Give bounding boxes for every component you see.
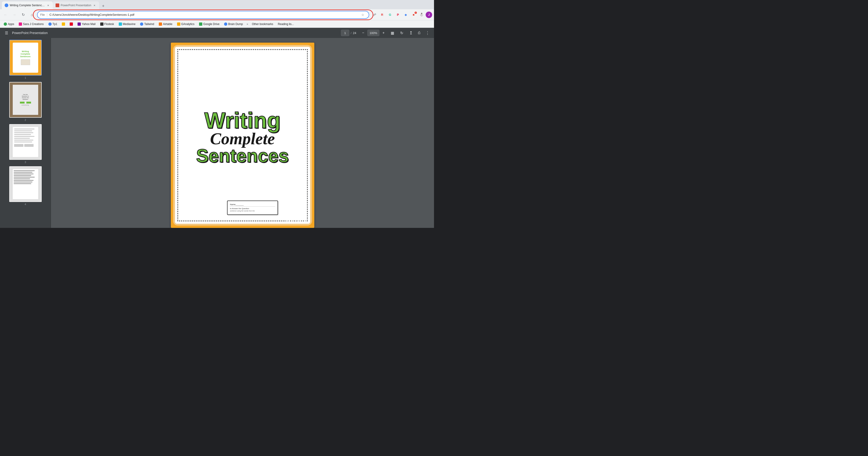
- braindump-favicon: [224, 23, 227, 26]
- pdf-menu-button[interactable]: ☰: [3, 29, 10, 37]
- pdf-thumbnail-2[interactable]: Use theQuestion toAnswer theQuestion U.T…: [2, 82, 49, 121]
- bookmark-airtable-label: Airtable: [163, 23, 173, 26]
- pdf-main-title-line1: Writing: [205, 111, 281, 130]
- pdf-rotate-button[interactable]: ↻: [398, 29, 405, 37]
- bookmark-apps-label: Apps: [8, 23, 14, 26]
- tab-close-1[interactable]: ✕: [46, 3, 50, 7]
- pdf-thumbnail-4[interactable]: 4: [2, 166, 49, 206]
- mediavine-favicon: [119, 23, 122, 26]
- back-button[interactable]: ←: [2, 11, 9, 19]
- pdf-page-input[interactable]: [341, 30, 349, 36]
- bookmark-mediavine[interactable]: Mediavine: [117, 21, 137, 27]
- thumbnail-img-3: [9, 124, 42, 160]
- forward-button[interactable]: →: [11, 11, 18, 19]
- pdf-page-separator: /: [351, 31, 351, 35]
- reading-list[interactable]: Reading lis...: [276, 21, 296, 27]
- tab-writing[interactable]: Writing Complete Sentence... ✕: [2, 1, 53, 9]
- thumbnail-img-4: [9, 166, 42, 202]
- bookmark-mediavine-label: Mediavine: [123, 23, 136, 26]
- pdf-zoom-input[interactable]: [367, 30, 379, 36]
- pdf-zoom-out-button[interactable]: −: [360, 30, 366, 36]
- snippet-name-line: Name_______: [230, 203, 275, 207]
- bookmark-sara-j-label: Sara J Creations: [23, 23, 43, 26]
- new-tab-button[interactable]: +: [100, 3, 106, 9]
- tailwind-favicon: [140, 23, 143, 26]
- gdrive-favicon: [199, 23, 202, 26]
- tp1-favicon: [49, 23, 52, 26]
- thumbnail-num-2: 2: [25, 119, 26, 121]
- folder1-favicon: [62, 23, 65, 26]
- sara-j-watermark: Sara J CREATIONS: [281, 211, 309, 223]
- ganalytics-favicon: [177, 23, 180, 26]
- bookmark-braindump-label: Brain Dump: [228, 23, 243, 26]
- bookmark-airtable[interactable]: Airtable: [157, 21, 174, 27]
- pdf-zoom-controls: − +: [360, 30, 387, 36]
- bookmark-tp1-label: Tp1: [53, 23, 57, 26]
- pdf-zoom-in-button[interactable]: +: [380, 30, 387, 36]
- pdf-thumbnail-3[interactable]: 3: [2, 124, 49, 163]
- pdf-download-button[interactable]: ↥: [407, 29, 414, 37]
- pdf-main-title-line2: Complete: [210, 130, 275, 147]
- bookmark-apps[interactable]: Apps: [2, 21, 16, 27]
- bookmark-pinterest[interactable]: [68, 21, 75, 27]
- ext-badge-icon[interactable]: ■ 1: [410, 11, 417, 19]
- bookmark-gdrive-label: Google Drive: [203, 23, 219, 26]
- address-bar[interactable]: File | C:/Users/Jonckheere/Desktop/Writi…: [37, 11, 369, 19]
- pdf-snippet-paper: Name_______ to Answer the Question sente…: [227, 201, 278, 215]
- ext-puzzle-icon[interactable]: ⛄: [418, 11, 425, 19]
- tab-ppt[interactable]: PowerPoint Presentation ✕: [53, 1, 99, 9]
- pdf-thumbnail-panel: WritingCompleteSentences 1 Use theQuesti…: [0, 38, 51, 228]
- tab-close-2[interactable]: ✕: [93, 3, 96, 7]
- airtable-favicon: [159, 23, 162, 26]
- pdf-thumbnail-1[interactable]: WritingCompleteSentences 1: [2, 40, 49, 79]
- snippet-line2: sentence using the words from the: [230, 210, 275, 212]
- address-divider: |: [46, 13, 48, 17]
- pdf-fit-page-button[interactable]: ▦: [389, 29, 396, 37]
- snippet-line1: to Answer the Question: [230, 207, 275, 210]
- toolbar-right: ☍ R G P ◆ ■ 1 ⛄ J: [371, 11, 432, 19]
- pinterest-favicon: [70, 23, 73, 26]
- pinterest-ext-icon[interactable]: P: [394, 11, 402, 19]
- bookmark-folder1[interactable]: [60, 21, 67, 27]
- browser-frame: Writing Complete Sentence... ✕ PowerPoin…: [0, 0, 434, 228]
- bookmark-flodesk-label: Flodesk: [104, 23, 114, 26]
- bookmark-gdrive[interactable]: Google Drive: [197, 21, 221, 27]
- address-path: C:/Users/Jonckheere/Desktop/WritingCompl…: [50, 13, 358, 17]
- profile-avatar[interactable]: J: [426, 11, 432, 18]
- bookmark-star-icon[interactable]: ☆: [360, 11, 366, 18]
- reload-button[interactable]: ↻: [20, 11, 27, 19]
- tab-title-2: PowerPoint Presentation: [61, 4, 91, 7]
- bookmark-tailwind[interactable]: Tailwind: [138, 21, 156, 27]
- pdf-viewer: ☰ PowerPoint Presentation / 24 − + ▦ ↻ ↥…: [0, 28, 434, 228]
- bookmark-yahoo[interactable]: Yahoo Mail: [76, 21, 97, 27]
- address-file-label: File: [40, 13, 45, 17]
- bookmark-ganalytics[interactable]: GAnalytics: [175, 21, 196, 27]
- pdf-main-view: Writing Complete Sentences Name_______ t…: [51, 38, 434, 228]
- pdf-print-button[interactable]: ⎙: [415, 29, 423, 37]
- sara-j-favicon: [19, 23, 22, 26]
- address-bar-row: ← → ↻ ⌂ File | C:/Users/Jonckheere/Deskt…: [0, 9, 434, 20]
- bookmark-flodesk[interactable]: Flodesk: [98, 21, 116, 27]
- pdf-content-area: WritingCompleteSentences 1 Use theQuesti…: [0, 38, 434, 228]
- bookmark-sara-j[interactable]: Sara J Creations: [17, 21, 45, 27]
- address-icons: ☆: [360, 11, 366, 18]
- grammarly-icon[interactable]: G: [386, 11, 394, 19]
- home-button[interactable]: ⌂: [28, 11, 36, 19]
- thumbnail-num-1: 1: [25, 77, 26, 79]
- apps-favicon: [4, 23, 7, 26]
- extensions-puzzle-icon[interactable]: ☍: [371, 11, 378, 19]
- thumbnail-num-3: 3: [25, 161, 26, 163]
- r-extension-icon[interactable]: R: [378, 11, 386, 19]
- pdf-more-button[interactable]: ⋮: [424, 29, 431, 37]
- tab-title-1: Writing Complete Sentence...: [10, 4, 45, 7]
- pdf-page-total: 24: [353, 31, 356, 35]
- pdf-page-controls: / 24: [341, 30, 356, 36]
- ext-icon-4[interactable]: ◆: [402, 11, 409, 19]
- other-bookmarks[interactable]: Other bookmarks: [250, 21, 275, 27]
- bookmark-braindump[interactable]: Brain Dump: [222, 21, 245, 27]
- bookmarks-bar: Apps Sara J Creations Tp1 Yahoo Mail Flo…: [0, 20, 434, 28]
- bookmarks-more-button[interactable]: »: [246, 22, 249, 26]
- pdf-page-display: Writing Complete Sentences Name_______ t…: [171, 42, 314, 228]
- thumbnail-img-2: Use theQuestion toAnswer theQuestion U.T…: [9, 82, 42, 118]
- bookmark-tp1[interactable]: Tp1: [46, 21, 59, 27]
